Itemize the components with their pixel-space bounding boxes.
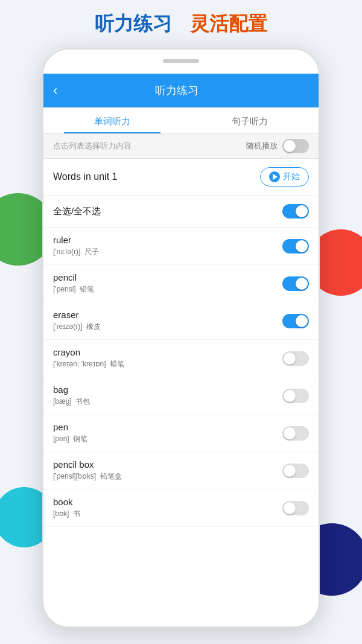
header-title-orange: 灵活配置: [190, 11, 267, 37]
word-info: book [bʊk] 书: [53, 497, 282, 519]
word-english: pencil: [53, 272, 282, 282]
app-container: ‹ 听力练习 单词听力 句子听力 点击列表选择听力内容 随机播放 Words i…: [43, 49, 319, 626]
select-all-row[interactable]: 全选/全不选: [43, 196, 319, 228]
word-toggle[interactable]: [282, 276, 309, 291]
word-toggle[interactable]: [282, 389, 309, 403]
tab-word-listening[interactable]: 单词听力: [43, 107, 181, 133]
word-english: book: [53, 497, 282, 507]
word-toggle[interactable]: [282, 464, 309, 478]
word-info: pen [pen] 钢笔: [53, 422, 282, 444]
word-toggle[interactable]: [282, 426, 309, 441]
topbar: ‹ 听力练习: [43, 74, 319, 107]
word-toggle[interactable]: [282, 239, 309, 253]
select-all-toggle[interactable]: [282, 204, 309, 218]
unit-title: Words in unit 1: [53, 171, 260, 182]
word-item[interactable]: ruler ['ruːlə(r)] 尺子: [43, 228, 319, 265]
word-toggle[interactable]: [282, 314, 309, 328]
word-english: pencil box: [53, 459, 282, 470]
play-triangle-icon: [273, 174, 278, 180]
word-phonetic-cn: ['pensl] 铅笔: [53, 284, 282, 295]
word-item[interactable]: eraser ['reɪzə(r)] 橡皮: [43, 302, 319, 340]
start-label: 开始: [283, 171, 300, 182]
header-title-blue: 听力练习: [95, 11, 172, 37]
word-item[interactable]: bag [bæg] 书包: [43, 377, 319, 415]
word-english: eraser: [53, 310, 282, 320]
content-area: Words in unit 1 开始 全选/全不选 ruler ['ruːlə(…: [43, 159, 319, 626]
select-all-label: 全选/全不选: [53, 206, 282, 217]
toolbar: 点击列表选择听力内容 随机播放: [43, 134, 319, 159]
word-info: crayon ['kreɪən; 'kreɪɒn] 蜡笔: [53, 347, 282, 369]
word-english: crayon: [53, 347, 282, 357]
start-button[interactable]: 开始: [260, 167, 309, 187]
word-toggle[interactable]: [282, 351, 309, 366]
word-english: pen: [53, 422, 282, 432]
word-item[interactable]: book [bʊk] 书: [43, 489, 319, 527]
word-phonetic-cn: ['kreɪən; 'kreɪɒn] 蜡笔: [53, 359, 282, 369]
word-info: pencil box ['pensl][bɒks] 铅笔盒: [53, 459, 282, 482]
tab-sentence-listening[interactable]: 句子听力: [181, 107, 319, 133]
tabs-container: 单词听力 句子听力: [43, 107, 319, 134]
page-header: 听力练习 灵活配置: [0, 11, 362, 37]
phone-frame: ‹ 听力练习 单词听力 句子听力 点击列表选择听力内容 随机播放 Words i…: [42, 48, 320, 628]
word-item[interactable]: pencil box ['pensl][bɒks] 铅笔盒: [43, 452, 319, 489]
topbar-title: 听力练习: [65, 83, 288, 98]
random-play-label: 随机播放: [246, 141, 278, 151]
word-item[interactable]: pencil ['pensl] 铅笔: [43, 265, 319, 302]
word-toggle[interactable]: [282, 501, 309, 515]
toolbar-hint: 点击列表选择听力内容: [53, 141, 246, 151]
word-phonetic-cn: [bʊk] 书: [53, 509, 282, 519]
word-info: bag [bæg] 书包: [53, 384, 282, 407]
word-info: ruler ['ruːlə(r)] 尺子: [53, 235, 282, 257]
word-phonetic-cn: [pen] 钢笔: [53, 434, 282, 444]
back-button[interactable]: ‹: [53, 83, 57, 98]
word-english: bag: [53, 384, 282, 395]
word-phonetic-cn: ['pensl][bɒks] 铅笔盒: [53, 471, 282, 482]
word-info: eraser ['reɪzə(r)] 橡皮: [53, 310, 282, 332]
word-item[interactable]: pen [pen] 钢笔: [43, 415, 319, 452]
word-info: pencil ['pensl] 铅笔: [53, 272, 282, 295]
play-icon: [269, 171, 280, 182]
word-item[interactable]: crayon ['kreɪən; 'kreɪɒn] 蜡笔: [43, 340, 319, 377]
phone-speaker: [163, 59, 199, 63]
word-english: ruler: [53, 235, 282, 245]
word-phonetic-cn: [bæg] 书包: [53, 397, 282, 407]
random-play-toggle[interactable]: [282, 139, 309, 153]
words-list: ruler ['ruːlə(r)] 尺子 pencil ['pensl] 铅笔 …: [43, 228, 319, 527]
word-phonetic-cn: ['ruːlə(r)] 尺子: [53, 247, 282, 257]
unit-header: Words in unit 1 开始: [43, 159, 319, 196]
word-phonetic-cn: ['reɪzə(r)] 橡皮: [53, 322, 282, 332]
